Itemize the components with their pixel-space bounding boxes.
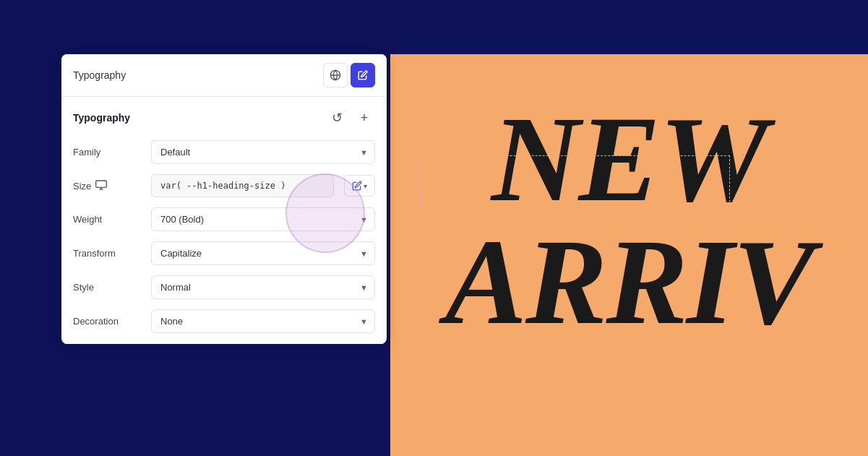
style-select[interactable]: Normal [151,275,375,299]
monitor-icon [95,180,107,192]
globe-button[interactable] [323,63,348,87]
add-icon: + [361,111,369,126]
section-title: Typography [73,112,130,124]
weight-label: Weight [73,214,145,225]
reset-icon: ↺ [332,110,343,126]
weight-select[interactable]: 700 (Bold) [151,207,375,231]
size-label: Size [73,181,91,192]
canvas-text-arriv: ARRIV [445,220,814,343]
decoration-row: Decoration None ▼ [73,309,375,333]
section-header-actions: ↺ + [326,107,375,129]
family-row: Family Default ▼ [73,140,375,164]
svg-rect-2 [96,181,107,187]
style-label: Style [73,282,145,293]
pencil-icon [358,70,368,80]
family-select-wrapper: Default ▼ [151,140,375,164]
canvas-text-new: NEW [491,98,767,220]
style-select-wrapper: Normal ▼ [151,275,375,299]
size-input-wrapper [151,174,334,197]
family-label: Family [73,147,145,158]
transform-label: Transform [73,248,145,259]
edit-button[interactable] [351,63,375,87]
decoration-label: Decoration [73,316,145,327]
size-pencil-icon [352,181,362,191]
transform-row: Transform Capitalize ▼ [73,241,375,265]
globe-icon [330,69,341,81]
style-row: Style Normal ▼ [73,275,375,299]
canvas-preview: NEW ARRIV [390,54,868,456]
panel-header-actions [323,63,375,87]
reset-button[interactable]: ↺ [326,107,348,129]
panel-header-title: Typography [73,69,126,81]
size-edit-button[interactable]: ▾ [344,175,375,197]
add-button[interactable]: + [353,107,375,129]
weight-row: Weight 700 (Bold) ▼ [73,207,375,231]
size-label-group: Size [73,180,145,192]
panel-header: Typography [61,54,387,97]
size-input[interactable] [151,174,334,197]
decoration-select[interactable]: None [151,309,375,333]
typography-section: Typography ↺ + Family Default ▼ [61,97,387,344]
decoration-select-wrapper: None ▼ [151,309,375,333]
transform-select[interactable]: Capitalize [151,241,375,265]
weight-select-wrapper: 700 (Bold) ▼ [151,207,375,231]
size-edit-chevron: ▾ [364,182,367,190]
family-select[interactable]: Default [151,140,375,164]
typography-panel: Typography Typography [61,54,387,344]
transform-select-wrapper: Capitalize ▼ [151,241,375,265]
size-row: Size ▾ [73,174,375,197]
section-header: Typography ↺ + [73,107,375,129]
